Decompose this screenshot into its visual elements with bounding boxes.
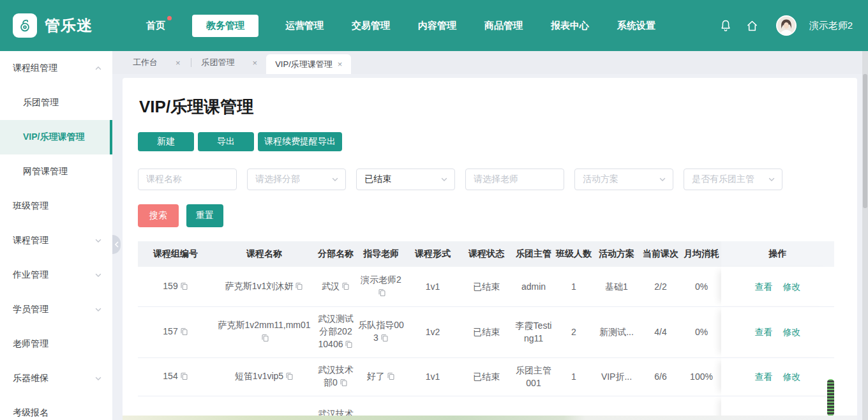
- cell-text: 演示老师2: [361, 274, 401, 285]
- close-icon[interactable]: ×: [176, 58, 181, 68]
- action-button-1[interactable]: 新建: [138, 132, 194, 151]
- view-link[interactable]: 查看: [755, 371, 773, 382]
- sidebar-subitem-label: 乐团管理: [23, 97, 59, 109]
- nav-item-label: 内容管理: [418, 20, 456, 31]
- sidebar-item-5[interactable]: 学员管理: [0, 292, 112, 327]
- cell-text: 4/4: [654, 327, 666, 337]
- nav-item-8[interactable]: 系统设置: [616, 15, 657, 37]
- copy-icon[interactable]: [340, 377, 348, 390]
- filter-select-6[interactable]: 是否有乐团主管: [684, 169, 782, 190]
- sidebar-item-label: 老师管理: [13, 338, 49, 350]
- cell-text: 萨克斯1v2mm11,mm01: [218, 320, 310, 330]
- table-cell: 新测试...: [594, 306, 640, 357]
- sidebar-item-label: 课程组管理: [13, 63, 57, 74]
- search-button[interactable]: 搜索: [138, 204, 179, 227]
- nav-item-7[interactable]: 报表中心: [550, 15, 590, 37]
- column-header: 课程组编号: [138, 241, 213, 267]
- cell-text: 萨克斯1v1刘沐妍: [225, 281, 294, 291]
- table-cell: 萨克斯1v2mm11,mm01: [213, 306, 315, 357]
- copy-icon[interactable]: [180, 326, 188, 339]
- sidebar-collapse-button[interactable]: [112, 235, 121, 254]
- nav-item-5[interactable]: 内容管理: [417, 15, 458, 37]
- brand-name: 管乐迷: [45, 15, 93, 36]
- column-header: 操作: [721, 241, 834, 267]
- table-cell: 武汉: [315, 267, 356, 306]
- copy-icon[interactable]: [180, 371, 188, 384]
- copy-icon[interactable]: [380, 333, 389, 345]
- sidebar-subitem-1[interactable]: 乐团管理: [0, 86, 112, 120]
- row-actions: 查看修改: [721, 357, 834, 396]
- edit-link[interactable]: 修改: [783, 327, 801, 337]
- tab-1[interactable]: 工作台×: [124, 51, 190, 74]
- sidebar-item-4[interactable]: 作业管理: [0, 258, 112, 292]
- sidebar-item-6[interactable]: 老师管理: [0, 327, 112, 361]
- page-scrollbar-thumb[interactable]: [863, 74, 867, 208]
- sidebar-subitem-2[interactable]: VIP/乐理课管理: [0, 120, 112, 154]
- nav-item-2[interactable]: 教务管理: [192, 15, 258, 37]
- column-header: 分部名称: [315, 241, 356, 267]
- tab-2[interactable]: 乐团管理×: [193, 51, 267, 74]
- table-scrollbar-thumb[interactable]: [827, 379, 834, 416]
- cell-text: 1: [571, 371, 576, 382]
- table-cell: 已结束: [460, 306, 513, 357]
- cell-text: 100%: [690, 371, 713, 382]
- filter-bar: 课程名称请选择分部已结束请选择老师活动方案是否有乐团主管: [138, 169, 842, 190]
- close-icon[interactable]: ×: [253, 58, 258, 68]
- filter-input-4[interactable]: 请选择老师: [465, 169, 564, 190]
- column-header: 活动方案: [594, 241, 640, 267]
- edit-link[interactable]: 修改: [783, 281, 801, 292]
- copy-icon[interactable]: [180, 281, 188, 294]
- reset-button[interactable]: 重置: [186, 204, 223, 227]
- nav-item-6[interactable]: 商品管理: [483, 15, 524, 37]
- user-name[interactable]: 演示老师2: [809, 20, 853, 32]
- sidebar-item-3[interactable]: 课程管理: [0, 223, 112, 258]
- cell-text: 2: [571, 327, 576, 337]
- table-cell: 2/2: [640, 267, 682, 306]
- copy-icon[interactable]: [378, 287, 386, 300]
- copy-icon[interactable]: [341, 281, 350, 294]
- cell-text: 已结束: [473, 327, 500, 337]
- row-actions: 查看修改: [721, 267, 834, 306]
- chevron-up-icon: [94, 64, 102, 72]
- column-header: 课程状态: [460, 241, 513, 267]
- sidebar-subitem-3[interactable]: 网管课管理: [0, 154, 112, 189]
- nav-item-1[interactable]: 首页: [145, 15, 167, 37]
- table-cell: 1v1: [406, 267, 460, 306]
- bell-icon[interactable]: [719, 19, 733, 33]
- view-link[interactable]: 查看: [755, 327, 773, 337]
- filter-input-1[interactable]: 课程名称: [138, 169, 237, 190]
- edit-link[interactable]: 修改: [783, 371, 801, 382]
- nav-item-label: 交易管理: [352, 20, 390, 31]
- brand-logo[interactable]: 管乐迷: [13, 13, 93, 38]
- sidebar-item-8[interactable]: 考级报名: [0, 396, 112, 420]
- sidebar-item-2[interactable]: 班级管理: [0, 189, 112, 223]
- nav-item-label: 商品管理: [484, 20, 523, 31]
- nav-item-4[interactable]: 交易管理: [350, 15, 391, 37]
- action-button-2[interactable]: 导出: [198, 132, 254, 151]
- sidebar-item-1[interactable]: 课程组管理: [0, 51, 112, 86]
- nav-item-3[interactable]: 运营管理: [284, 15, 325, 37]
- filter-select-3[interactable]: 已结束: [356, 169, 455, 190]
- sidebar-subitem-label: VIP/乐理课管理: [23, 131, 84, 143]
- close-icon[interactable]: ×: [338, 59, 343, 69]
- filter-select-2[interactable]: 请选择分部: [247, 169, 346, 190]
- copy-icon[interactable]: [261, 333, 269, 345]
- filter-select-5[interactable]: 活动方案: [574, 169, 673, 190]
- course-table: 课程组编号课程名称分部名称指导老师课程形式课程状态乐团主管班级人数活动方案当前课…: [138, 241, 842, 420]
- copy-icon[interactable]: [387, 371, 395, 384]
- horizontal-scrollbar[interactable]: [123, 416, 857, 420]
- action-button-3[interactable]: 课程续费提醒导出: [258, 132, 342, 151]
- tab-3[interactable]: VIP/乐理课管理×: [266, 54, 351, 74]
- cell-text: 好了: [367, 371, 385, 381]
- page-scrollbar[interactable]: [862, 51, 868, 420]
- sidebar-item-7[interactable]: 乐器维保: [0, 361, 112, 396]
- table-cell: 100%: [682, 357, 721, 396]
- copy-icon[interactable]: [285, 371, 294, 384]
- cell-text: 短笛1v1vip5: [235, 371, 283, 381]
- home-icon[interactable]: [745, 19, 760, 33]
- user-avatar[interactable]: [776, 15, 797, 36]
- table: 课程组编号课程名称分部名称指导老师课程形式课程状态乐团主管班级人数活动方案当前课…: [138, 241, 834, 420]
- view-link[interactable]: 查看: [755, 281, 773, 292]
- copy-icon[interactable]: [295, 281, 303, 294]
- copy-icon[interactable]: [345, 339, 353, 352]
